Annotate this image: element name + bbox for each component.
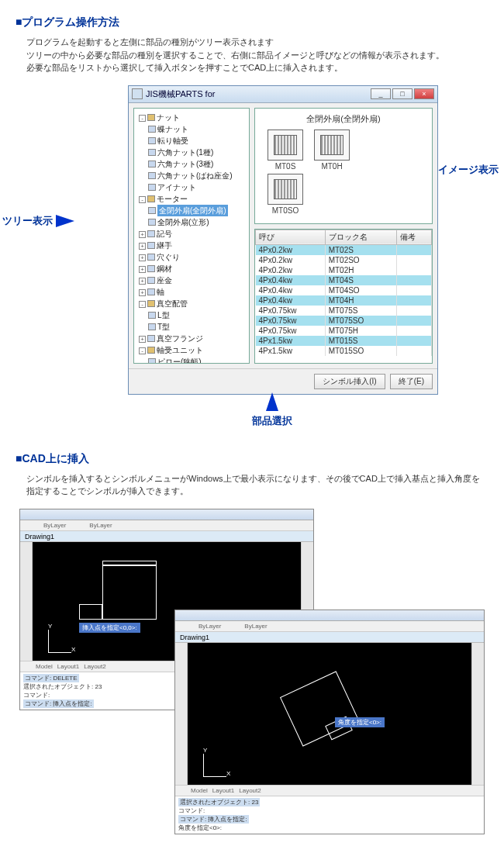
table-row[interactable]: 4Px0.4kwMT04H: [256, 295, 432, 306]
tree-item[interactable]: L型: [148, 309, 247, 321]
tree-item[interactable]: +軸: [139, 286, 247, 298]
col-header[interactable]: 備考: [396, 230, 431, 244]
collapse-icon[interactable]: -: [139, 115, 146, 122]
tree-item[interactable]: ピロー(狭幅): [148, 356, 247, 364]
cad-left-toolbar[interactable]: [175, 643, 188, 785]
close-button[interactable]: ×: [414, 88, 434, 99]
table-row[interactable]: 4Px0.4kwMT04SO: [256, 285, 432, 295]
tree-item[interactable]: 六角ナット(ばね座金): [148, 170, 247, 181]
expand-icon[interactable]: +: [139, 254, 146, 261]
expand-icon[interactable]: +: [139, 243, 146, 250]
tree-item[interactable]: 六角ナット(1種): [148, 147, 247, 158]
tree-item[interactable]: +記号: [139, 228, 247, 240]
table-row[interactable]: 4Px0.75kwMT075S: [256, 306, 432, 316]
table-row[interactable]: 4Px0.2kwMT02H: [256, 265, 432, 275]
tree-item[interactable]: +鋼材: [139, 263, 247, 275]
collapse-icon[interactable]: -: [139, 196, 146, 203]
tree-item-label: ピロー(狭幅): [157, 357, 202, 364]
preview-code: MT0S: [268, 162, 303, 171]
bylayer-label: ByLayer: [89, 522, 112, 529]
cad-viewport[interactable]: 角度を指定<0>: Y X: [188, 643, 471, 785]
table-cell: 4Px0.4kw: [256, 275, 326, 285]
item-icon: [148, 126, 156, 133]
tree-item[interactable]: +座金: [139, 275, 247, 286]
tree-item[interactable]: 全閉外扇(全閉外扇): [148, 205, 247, 216]
cmd-line: コマンド:: [178, 806, 481, 815]
table-row[interactable]: 4Px0.4kwMT04S: [256, 275, 432, 285]
section2-title: ■CAD上に挿入: [16, 452, 488, 466]
tree-item[interactable]: 全閉外扇(立形): [148, 216, 247, 228]
cad-tab[interactable]: Layout2: [84, 663, 105, 670]
tree-item-label: 真空フランジ: [157, 334, 203, 343]
table-cell: [396, 326, 431, 336]
tree-item[interactable]: -真空配管: [139, 298, 247, 309]
tree-item-label: L型: [157, 311, 170, 319]
collapse-icon[interactable]: -: [139, 347, 146, 354]
cad-tab[interactable]: Model: [36, 663, 53, 670]
tree-item[interactable]: -モーター: [139, 193, 247, 205]
tree-item[interactable]: T型: [148, 321, 247, 333]
insert-symbol-button[interactable]: シンボル挿入(I): [314, 374, 385, 389]
preview-item[interactable]: MT0H: [314, 130, 350, 171]
cad-right-toolbar[interactable]: [471, 643, 484, 785]
tree-item[interactable]: 六角ナット(3種): [148, 158, 247, 170]
tree-item[interactable]: 転り軸受: [148, 135, 247, 147]
axis-y-label: Y: [203, 747, 207, 754]
item-icon: [147, 230, 155, 237]
item-icon: [148, 184, 156, 191]
cad-drawing-tab[interactable]: Drawing1: [175, 632, 484, 643]
preview-item[interactable]: MT0SO: [268, 174, 303, 215]
cad-left-toolbar[interactable]: [20, 542, 33, 661]
image-preview-box: 全閉外扇(全閉外扇) MT0S MT0H: [254, 108, 433, 224]
cad-toolbar[interactable]: ByLayer ByLayer: [20, 520, 313, 531]
parts-table[interactable]: 呼び ブロック名 備考 4Px0.2kwMT02S4Px0.2kwMT02SO4…: [254, 229, 433, 364]
tree-item[interactable]: 蝶ナット: [148, 123, 247, 135]
maximize-button[interactable]: □: [392, 88, 413, 99]
tree-item-label: 軸: [157, 288, 164, 296]
exit-button[interactable]: 終了(E): [390, 374, 433, 389]
table-row[interactable]: 4Px1.5kwMT015S: [256, 336, 432, 346]
motor-icon: [268, 174, 303, 205]
tree-item[interactable]: -軸受ユニット: [139, 344, 247, 356]
app-window: JIS機械PARTS for _ □ × -ナット蝶ナット転り軸受六角ナット(1…: [128, 85, 438, 395]
tree-pane[interactable]: -ナット蝶ナット転り軸受六角ナット(1種)六角ナット(3種)六角ナット(ばね座金…: [133, 108, 250, 364]
tree-item[interactable]: +穴ぐり: [139, 251, 247, 263]
annotation-tree: ツリー表示: [2, 214, 74, 228]
expand-icon[interactable]: +: [139, 231, 146, 238]
cad-tab[interactable]: Layout1: [212, 787, 234, 794]
section1-desc: プログラムを起動すると左側に部品の種別がツリー表示されます ツリーの中から必要な…: [16, 36, 488, 74]
tree-item[interactable]: +継手: [139, 240, 247, 251]
cad-tab[interactable]: Layout1: [57, 663, 79, 670]
table-row[interactable]: 4Px1.5kwMT015SO: [256, 346, 432, 356]
table-row[interactable]: 4Px0.2kwMT02S: [256, 244, 432, 255]
collapse-icon[interactable]: -: [139, 301, 146, 308]
cad-tab-row[interactable]: Model Layout1 Layout2: [175, 785, 484, 796]
tree-item-label: 記号: [157, 230, 172, 238]
cad-toolbar[interactable]: ByLayer ByLayer: [175, 621, 484, 632]
expand-icon[interactable]: +: [139, 278, 146, 285]
bylayer-label: ByLayer: [198, 623, 221, 630]
table-cell: MT015SO: [325, 346, 396, 356]
cad-drawing-tab[interactable]: Drawing1: [20, 531, 313, 542]
col-header[interactable]: 呼び: [256, 230, 326, 244]
tree-item-label: 全閉外扇(立形): [157, 218, 209, 226]
table-row[interactable]: 4Px0.2kwMT02SO: [256, 255, 432, 265]
table-row[interactable]: 4Px0.75kwMT075H: [256, 326, 432, 336]
tree-item[interactable]: アイナット: [148, 181, 247, 193]
item-icon: [147, 288, 155, 295]
expand-icon[interactable]: +: [139, 266, 146, 273]
minimize-button[interactable]: _: [371, 88, 391, 99]
item-icon: [147, 265, 155, 272]
expand-icon[interactable]: +: [139, 289, 146, 296]
axis-x-label: X: [226, 770, 230, 777]
table-row[interactable]: 4Px0.75kwMT075SO: [256, 316, 432, 326]
item-icon: [148, 172, 156, 179]
preview-item[interactable]: MT0S: [268, 130, 303, 171]
cmd-line: 角度を指定<0>:: [178, 824, 481, 832]
expand-icon[interactable]: +: [139, 336, 146, 343]
col-header[interactable]: ブロック名: [325, 230, 396, 244]
cad-tab[interactable]: Layout2: [239, 787, 261, 794]
tree-item[interactable]: +真空フランジ: [139, 333, 247, 344]
cad-tab[interactable]: Model: [191, 787, 208, 794]
tree-item[interactable]: -ナット: [139, 112, 247, 123]
